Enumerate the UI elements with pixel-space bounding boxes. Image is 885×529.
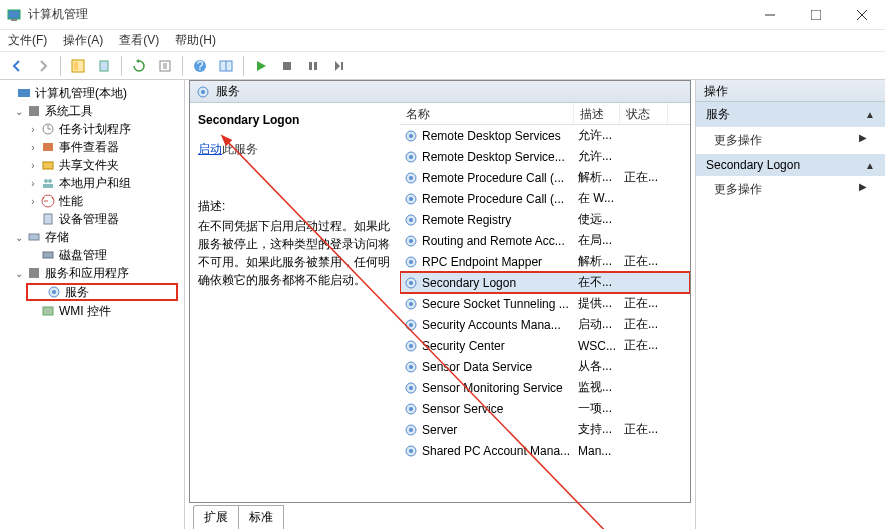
svg-rect-8: [100, 61, 108, 71]
tree-wmi-control[interactable]: WMI 控件: [2, 302, 182, 320]
service-row[interactable]: Remote Procedure Call (...在 W...: [400, 188, 690, 209]
service-state: 正在...: [620, 337, 668, 354]
center-pane: 服务 Secondary Logon 启动此服务 描述: 在不同凭据下启用启动过…: [185, 80, 695, 529]
service-row[interactable]: Security CenterWSC...正在...: [400, 335, 690, 356]
tree-systools[interactable]: ⌄系统工具: [2, 102, 182, 120]
stop-service-button[interactable]: [276, 55, 298, 77]
minimize-button[interactable]: [747, 0, 793, 30]
service-desc: 从各...: [574, 358, 620, 375]
start-service-rest: 此服务: [222, 142, 258, 156]
svg-point-68: [409, 428, 413, 432]
col-name[interactable]: 名称: [400, 103, 574, 124]
tree-device-manager[interactable]: 设备管理器: [2, 210, 182, 228]
export-button[interactable]: [154, 55, 176, 77]
pause-service-button[interactable]: [302, 55, 324, 77]
service-name: RPC Endpoint Mapper: [422, 255, 542, 269]
service-row[interactable]: Sensor Data Service从各...: [400, 356, 690, 377]
service-row[interactable]: Routing and Remote Acc...在局...: [400, 230, 690, 251]
service-desc: 解析...: [574, 169, 620, 186]
tab-standard[interactable]: 标准: [238, 505, 284, 529]
gear-icon: [404, 234, 418, 248]
service-desc: WSC...: [574, 339, 620, 353]
maximize-button[interactable]: [793, 0, 839, 30]
service-desc: 一项...: [574, 400, 620, 417]
tabs: 扩展 标准: [189, 505, 691, 529]
close-button[interactable]: [839, 0, 885, 30]
service-name: Sensor Service: [422, 402, 503, 416]
svg-rect-36: [43, 307, 53, 315]
gear-icon: [404, 423, 418, 437]
service-row[interactable]: RPC Endpoint Mapper解析...正在...: [400, 251, 690, 272]
start-service-button[interactable]: [250, 55, 272, 77]
tree-storage[interactable]: ⌄存储: [2, 228, 182, 246]
service-desc: 允许...: [574, 148, 620, 165]
more-actions-1[interactable]: 更多操作 ▶: [696, 127, 885, 154]
svg-point-60: [409, 344, 413, 348]
service-row[interactable]: Remote Registry使远...: [400, 209, 690, 230]
svg-point-40: [409, 134, 413, 138]
service-name: Remote Registry: [422, 213, 511, 227]
service-row[interactable]: Sensor Monitoring Service监视...: [400, 377, 690, 398]
back-button[interactable]: [6, 55, 28, 77]
col-state[interactable]: 状态: [620, 103, 668, 124]
svg-point-56: [409, 302, 413, 306]
gear-icon: [404, 255, 418, 269]
forward-button[interactable]: [32, 55, 54, 77]
more-actions-2[interactable]: 更多操作 ▶: [696, 176, 885, 203]
tree-disk-management[interactable]: 磁盘管理: [2, 246, 182, 264]
svg-rect-31: [29, 234, 39, 240]
service-row[interactable]: Secondary Logon在不...: [400, 272, 690, 293]
tree-services[interactable]: 服务: [26, 283, 178, 301]
service-row[interactable]: Security Accounts Mana...启动...正在...: [400, 314, 690, 335]
svg-rect-23: [43, 143, 53, 151]
tree-shared-folders[interactable]: ›共享文件夹: [2, 156, 182, 174]
service-name: Secure Socket Tunneling ...: [422, 297, 569, 311]
service-row[interactable]: Remote Procedure Call (...解析...正在...: [400, 167, 690, 188]
svg-rect-7: [74, 62, 78, 70]
menu-help[interactable]: 帮助(H): [175, 32, 216, 49]
menubar: 文件(F) 操作(A) 查看(V) 帮助(H): [0, 30, 885, 52]
tree-root[interactable]: 计算机管理(本地): [2, 84, 182, 102]
service-row[interactable]: Remote Desktop Services允许...: [400, 125, 690, 146]
gear-icon: [404, 276, 418, 290]
service-row[interactable]: Server支持...正在...: [400, 419, 690, 440]
menu-action[interactable]: 操作(A): [63, 32, 103, 49]
svg-text:?: ?: [197, 59, 204, 73]
service-state: 正在...: [620, 421, 668, 438]
actions-section-services[interactable]: 服务▲: [696, 102, 885, 127]
services-header: 服务: [190, 81, 690, 103]
restart-service-button[interactable]: [328, 55, 350, 77]
tree-task-scheduler[interactable]: ›任务计划程序: [2, 120, 182, 138]
window-title: 计算机管理: [28, 6, 747, 23]
menu-view[interactable]: 查看(V): [119, 32, 159, 49]
tree-services-apps[interactable]: ⌄服务和应用程序: [2, 264, 182, 282]
service-row[interactable]: Sensor Service一项...: [400, 398, 690, 419]
tree-event-viewer[interactable]: ›事件查看器: [2, 138, 182, 156]
properties-button[interactable]: [93, 55, 115, 77]
col-desc[interactable]: 描述: [574, 103, 620, 124]
svg-rect-1: [11, 19, 17, 21]
help-button[interactable]: ?: [189, 55, 211, 77]
service-name: Remote Procedure Call (...: [422, 171, 564, 185]
service-desc: 在局...: [574, 232, 620, 249]
svg-rect-0: [8, 10, 20, 19]
svg-point-35: [52, 290, 56, 294]
actions-section-selected[interactable]: Secondary Logon▲: [696, 154, 885, 176]
app-icon: [6, 7, 22, 23]
tab-extended[interactable]: 扩展: [193, 505, 239, 529]
service-name: Sensor Monitoring Service: [422, 381, 563, 395]
service-row[interactable]: Secure Socket Tunneling ...提供...正在...: [400, 293, 690, 314]
service-name: Sensor Data Service: [422, 360, 532, 374]
refresh-button[interactable]: [128, 55, 150, 77]
show-hide-button[interactable]: [67, 55, 89, 77]
service-name: Routing and Remote Acc...: [422, 234, 565, 248]
service-row[interactable]: Shared PC Account Mana...Man...: [400, 440, 690, 461]
service-row[interactable]: Remote Desktop Service...允许...: [400, 146, 690, 167]
menu-file[interactable]: 文件(F): [8, 32, 47, 49]
tree-performance[interactable]: ›性能: [2, 192, 182, 210]
start-service-link[interactable]: 启动: [198, 142, 222, 156]
tree-local-users[interactable]: ›本地用户和组: [2, 174, 182, 192]
view-mode-button[interactable]: [215, 55, 237, 77]
gear-icon: [196, 85, 210, 99]
service-state: 正在...: [620, 295, 668, 312]
